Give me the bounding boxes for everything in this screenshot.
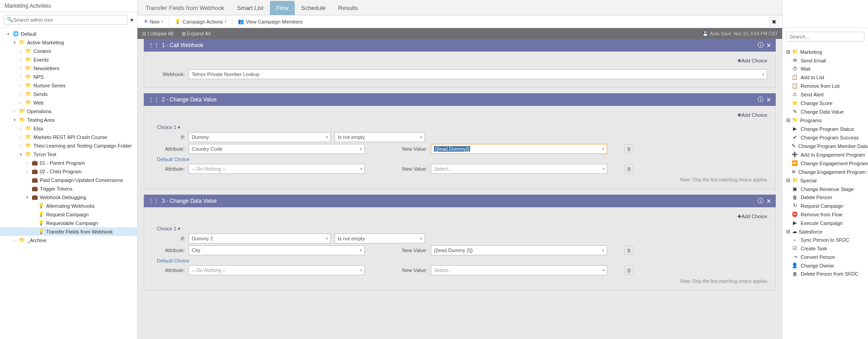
new-value-input[interactable]: {{lead.Dummy}} bbox=[431, 144, 607, 154]
tree-trigger[interactable]: 💼Trigger Tokens bbox=[0, 184, 137, 193]
view-members-button[interactable]: 👥View Campaign Members bbox=[235, 17, 306, 26]
if-field-select[interactable]: Dummy bbox=[189, 132, 331, 142]
default-new-value-input[interactable]: Select... bbox=[431, 265, 607, 275]
webhook-select[interactable]: Telnyx Private Number Lookup bbox=[189, 69, 767, 79]
tree-root-default[interactable]: ▾🌐Default bbox=[0, 29, 137, 38]
collapse-all-button[interactable]: ⊟ Collapse All bbox=[142, 31, 174, 37]
tab-smart-list[interactable]: Smart List bbox=[231, 1, 270, 15]
action-request-campaign[interactable]: ↻Request Campaign bbox=[783, 201, 868, 210]
tree-webhook[interactable]: ▾💼Webhook Debugging bbox=[0, 193, 137, 201]
tree-sends[interactable]: ›📁Sends bbox=[0, 90, 137, 98]
tree-elsa[interactable]: ›📁Elsa bbox=[0, 124, 137, 133]
action-sync-sfdc[interactable]: ↔Sync Person to SFDC bbox=[783, 236, 868, 244]
tree-crash[interactable]: ›📁Marketo REST API Crash Course bbox=[0, 133, 137, 141]
step-1-header[interactable]: ⋮⋮ 1 - Call Webhook ⓘ ✕ bbox=[144, 39, 776, 52]
tree-nurture[interactable]: ›📁Nurture Series bbox=[0, 81, 137, 90]
tab-flow[interactable]: Flow bbox=[270, 1, 295, 15]
action-change-data[interactable]: ✎Change Data Value bbox=[783, 107, 868, 116]
if-operator-select[interactable]: Is not empty bbox=[335, 234, 425, 244]
tree-search-input[interactable] bbox=[13, 17, 124, 23]
tree-paid[interactable]: 💼Paid Campaign Updated Conversions bbox=[0, 176, 137, 184]
group-programs[interactable]: ⊟📁Programs bbox=[783, 116, 868, 124]
action-wait[interactable]: ⏱Wait bbox=[783, 65, 868, 73]
attribute-select[interactable]: Country Code bbox=[189, 144, 365, 154]
step-3-header[interactable]: ⋮⋮ 3 - Change Data Value ⓘ ✕ bbox=[144, 195, 776, 207]
new-button[interactable]: ✚New▾ bbox=[141, 17, 166, 26]
action-send-email[interactable]: ✉Send Email bbox=[783, 56, 868, 65]
delete-choice-icon[interactable]: 🗑 bbox=[624, 144, 633, 153]
tree-tyron[interactable]: ▾📁Tyron Test bbox=[0, 150, 137, 158]
add-choice-button[interactable]: ✚Add Choice bbox=[737, 58, 767, 64]
tree-theo[interactable]: ›📁Theo Learning and Testing Campaign Fol… bbox=[0, 141, 137, 150]
tab-results[interactable]: Results bbox=[332, 1, 364, 15]
tab-schedule[interactable]: Schedule bbox=[295, 1, 332, 15]
delete-choice-icon[interactable]: 🗑 bbox=[624, 164, 633, 173]
delete-choice-icon[interactable]: 🗑 bbox=[624, 266, 633, 275]
if-operator-select[interactable]: Is not empty bbox=[335, 132, 425, 142]
tree-search-box[interactable]: 🔍 bbox=[4, 15, 127, 24]
if-field-select[interactable]: Dummy 2 bbox=[189, 234, 331, 244]
default-new-value-input[interactable]: Select... bbox=[431, 164, 607, 174]
help-icon[interactable]: ⓘ bbox=[758, 41, 764, 49]
tree-reqable[interactable]: 💡Requestable Campaign bbox=[0, 219, 137, 227]
help-icon[interactable]: ⓘ bbox=[758, 95, 764, 104]
tree-req[interactable]: 💡Request Campaign bbox=[0, 210, 137, 219]
default-choice-label[interactable]: Default Choice bbox=[157, 258, 767, 263]
choice-1-label[interactable]: Choice 1 ▾ bbox=[157, 124, 767, 130]
action-send-alert[interactable]: ⚠Send Alert bbox=[783, 90, 868, 99]
action-change-program-status[interactable]: ▶Change Program Status bbox=[783, 124, 868, 133]
tree-operations[interactable]: ›📁Operations bbox=[0, 107, 137, 115]
default-choice-label[interactable]: Default Choice bbox=[157, 157, 767, 162]
tree-events[interactable]: ›📁Events bbox=[0, 55, 137, 64]
tree-archive[interactable]: ›📁_Archive bbox=[0, 236, 137, 244]
close-icon[interactable]: ✕ bbox=[766, 42, 771, 49]
group-salesforce[interactable]: ⊟☁Salesforce bbox=[783, 227, 868, 236]
tree-alt[interactable]: 💡Alternating Webhooks bbox=[0, 201, 137, 210]
expand-all-button[interactable]: ⊞ Expand All bbox=[182, 31, 211, 37]
action-add-to-list[interactable]: 📋Add to List bbox=[783, 73, 868, 81]
add-choice-button[interactable]: ✚Add Choice bbox=[737, 214, 767, 220]
convert-icon: ⇢ bbox=[792, 254, 798, 260]
action-change-owner[interactable]: 👤Change Owner bbox=[783, 261, 868, 270]
close-icon[interactable]: ✕ bbox=[766, 96, 771, 103]
tree-newsletters[interactable]: ›📁Newsletters bbox=[0, 64, 137, 72]
tree-p02[interactable]: ›💼02 - Child Program bbox=[0, 167, 137, 176]
action-change-member-data[interactable]: ✎Change Program Member Data bbox=[783, 142, 868, 150]
panel-toggle-button[interactable]: ▣ bbox=[769, 17, 778, 26]
tree-content[interactable]: ›📁Content bbox=[0, 47, 137, 55]
help-icon[interactable]: ⓘ bbox=[758, 197, 764, 205]
tree-active-marketing[interactable]: ▾📁Active Marketing bbox=[0, 38, 137, 47]
tree-p01[interactable]: ›💼01 - Parent Program bbox=[0, 158, 137, 167]
action-change-stream[interactable]: ≋Change Engagement Program Stream bbox=[783, 167, 868, 176]
close-icon[interactable]: ✕ bbox=[766, 198, 771, 205]
filter-icon[interactable]: ▾ bbox=[130, 16, 133, 24]
tree-transfer[interactable]: 💡Transfer Fields from Webhook bbox=[0, 227, 137, 236]
action-add-engagement[interactable]: ➕Add to Engagement Program bbox=[783, 150, 868, 159]
choice-1-label[interactable]: Choice 1 ▾ bbox=[157, 226, 767, 232]
action-create-task[interactable]: ☑Create Task bbox=[783, 244, 868, 253]
action-execute-campaign[interactable]: ▶Execute Campaign bbox=[783, 219, 868, 227]
action-change-score[interactable]: ⭐Change Score bbox=[783, 99, 868, 107]
group-marketing[interactable]: ⊟📁Marketing bbox=[783, 48, 868, 56]
action-remove-from-flow[interactable]: ⛔Remove from Flow bbox=[783, 210, 868, 219]
action-convert-person[interactable]: ⇢Convert Person bbox=[783, 253, 868, 261]
tree-web[interactable]: ›📁Web bbox=[0, 98, 137, 107]
step-2-header[interactable]: ⋮⋮ 2 - Change Data Value ⓘ ✕ bbox=[144, 93, 776, 106]
add-choice-button[interactable]: ✚Add Choice bbox=[737, 112, 767, 118]
new-value-input[interactable]: {{lead.Dummy 2}} bbox=[431, 245, 607, 255]
attribute-select[interactable]: City bbox=[189, 245, 365, 255]
tree-nps[interactable]: ›📁NPS bbox=[0, 72, 137, 81]
action-change-cadence[interactable]: ⏩Change Engagement Program Cadence bbox=[783, 159, 868, 167]
action-change-program-success[interactable]: ✔Change Program Success bbox=[783, 133, 868, 142]
action-delete-person[interactable]: 🗑Delete Person bbox=[783, 193, 868, 201]
action-delete-sfdc[interactable]: 🗑Delete Person from SFDC bbox=[783, 270, 868, 278]
default-attribute-select[interactable]: -- Do Nothing -- bbox=[189, 265, 365, 275]
group-special[interactable]: ⊟📁Special bbox=[783, 176, 868, 185]
default-attribute-select[interactable]: -- Do Nothing -- bbox=[189, 164, 365, 174]
action-search-input[interactable] bbox=[786, 32, 864, 42]
action-remove-from-list[interactable]: 📋Remove from List bbox=[783, 81, 868, 90]
delete-choice-icon[interactable]: 🗑 bbox=[624, 246, 633, 255]
tree-testing-area[interactable]: ▾📁Testing Area bbox=[0, 115, 137, 124]
campaign-actions-button[interactable]: 💡Campaign Actions▾ bbox=[172, 17, 229, 26]
action-revenue-stage[interactable]: ▣Change Revenue Stage bbox=[783, 185, 868, 193]
